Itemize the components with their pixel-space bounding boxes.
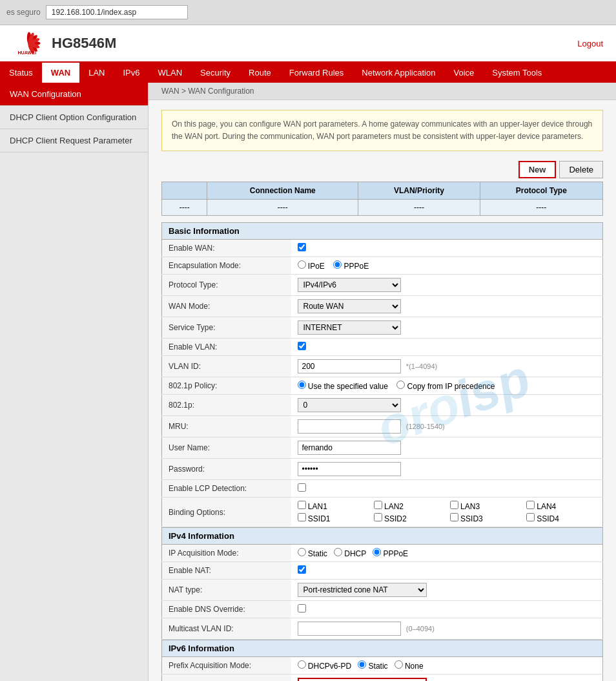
dns-override-checkbox[interactable] (298, 604, 306, 613)
protocol-type-select[interactable]: IPv4/IPv6 IPv4 IPv6 (298, 278, 401, 292)
logout-button[interactable]: Logout (577, 39, 603, 48)
prefix-input[interactable] (298, 678, 427, 681)
url-bar[interactable]: 192.168.100.1/index.asp (46, 5, 188, 19)
prefix-static-radio[interactable] (358, 660, 366, 669)
8021p-value: 0 1 2 3 4 5 6 7 (291, 395, 603, 416)
binding-lan4[interactable]: LAN4 (526, 501, 596, 511)
sidebar-item-dhcp-request[interactable]: DHCP Client Request Parameter (0, 129, 148, 152)
policy-specified-label: Use the specified value (308, 382, 388, 391)
protocol-type-label: Protocol Type: (162, 275, 291, 296)
nat-type-label: NAT type: (162, 580, 291, 601)
nav-status[interactable]: Status (0, 63, 42, 83)
wan-mode-row: WAN Mode: Route WAN Bridge WAN (162, 296, 603, 317)
enable-vlan-value (291, 339, 603, 356)
policy-value: Use the specified value Copy from IP pre… (291, 377, 603, 395)
prefix-value: (IPv6 address/n 1 <= n <= 64) (291, 675, 603, 681)
nav-wan[interactable]: WAN (42, 63, 79, 83)
delete-button[interactable]: Delete (559, 161, 603, 178)
prefix-dhcpv6-radio[interactable] (298, 660, 306, 669)
policy-specified-radio[interactable] (298, 381, 306, 389)
binding-ssid2[interactable]: SSID2 (374, 513, 444, 523)
binding-ssid3[interactable]: SSID3 (450, 513, 520, 523)
nav-lan[interactable]: LAN (79, 63, 114, 83)
8021p-select[interactable]: 0 1 2 3 4 5 6 7 (298, 398, 401, 412)
row-placeholder-3: ---- (480, 200, 602, 216)
binding-ssid1-checkbox[interactable] (298, 513, 306, 521)
binding-ssid1[interactable]: SSID1 (298, 513, 367, 523)
prefix-acq-row: Prefix Acquisition Mode: DHCPv6-PD Stati… (162, 657, 603, 675)
dns-override-value (291, 601, 603, 618)
enable-nat-checkbox[interactable] (298, 565, 306, 574)
binding-lan3[interactable]: LAN3 (450, 501, 520, 511)
ipv4-pppoe-radio[interactable] (373, 548, 381, 556)
nat-type-select[interactable]: Port-restricted cone NAT Full cone NAT A… (298, 583, 427, 597)
lcp-value (291, 480, 603, 498)
breadcrumb: WAN > WAN Configuration (149, 83, 616, 100)
form-area: Basic Information Enable WAN: Encapsulat… (161, 222, 603, 681)
8021p-label: 802.1p: (162, 395, 291, 416)
prefix-acq-value: DHCPv6-PD Static None (291, 657, 603, 675)
ipv4-dhcp-radio[interactable] (334, 548, 342, 556)
new-button[interactable]: New (518, 161, 557, 178)
binding-lan4-checkbox[interactable] (526, 501, 535, 509)
logo-area: HUAWEI HG8546M (13, 30, 116, 56)
ipv4-multicast-label: Multicast VLAN ID: (162, 618, 291, 640)
ipv6-info-title: IPv6 Information (161, 640, 603, 656)
nav-forward-rules[interactable]: Forward Rules (280, 63, 353, 83)
nav-network-application[interactable]: Network Application (353, 63, 444, 83)
nav-ipv6[interactable]: IPv6 (114, 63, 149, 83)
binding-ssid4-checkbox[interactable] (526, 513, 535, 521)
prefix-none-radio[interactable] (395, 660, 403, 669)
binding-ssid2-checkbox[interactable] (374, 513, 382, 521)
ipv4-static-radio[interactable] (298, 548, 306, 556)
mru-value: (1280-1540) (291, 416, 603, 437)
protocol-type-value: IPv4/IPv6 IPv4 IPv6 (291, 275, 603, 296)
ipv4-acq-row: IP Acquisition Mode: Static DHCP PPPoE (162, 545, 603, 562)
binding-value: LAN1 LAN2 LAN3 LAN4 SSID1 SSID2 SSID3 SS… (291, 498, 603, 527)
col-protocol-type: Protocol Type (480, 182, 602, 200)
encap-ipoE-radio[interactable] (298, 260, 306, 269)
sidebar-item-wan-config[interactable]: WAN Configuration (0, 83, 148, 106)
ipv4-dhcp-label: DHCP (344, 549, 366, 558)
username-label: User Name: (162, 437, 291, 459)
ipv4-info-table: IP Acquisition Mode: Static DHCP PPPoE E… (161, 544, 603, 640)
sidebar-item-dhcp-option[interactable]: DHCP Client Option Configuration (0, 106, 148, 129)
binding-lan3-checkbox[interactable] (450, 501, 458, 509)
ipv4-multicast-input[interactable] (298, 622, 401, 636)
binding-lan1[interactable]: LAN1 (298, 501, 367, 511)
prefix-row: Prefix: (IPv6 address/n 1 <= n <= 64) (162, 675, 603, 681)
service-type-select[interactable]: INTERNET TR069 VOIP (298, 320, 401, 335)
prefix-dhcpv6-label: DHCPv6-PD (308, 662, 351, 671)
encap-ipoE-label: IPoE (308, 262, 325, 271)
nav-system-tools[interactable]: System Tools (483, 63, 551, 83)
ipv4-acq-value: Static DHCP PPPoE (291, 545, 603, 562)
nav-route[interactable]: Route (240, 63, 280, 83)
binding-lan2[interactable]: LAN2 (374, 501, 444, 511)
lcp-checkbox[interactable] (298, 483, 306, 492)
content-area: WAN Configuration DHCP Client Option Con… (0, 83, 616, 681)
encap-pppoE-radio[interactable] (333, 260, 342, 269)
wan-mode-label: WAN Mode: (162, 296, 291, 317)
username-input[interactable] (298, 441, 401, 455)
col-vlan-priority: VLAN/Priority (358, 182, 480, 200)
nat-type-row: NAT type: Port-restricted cone NAT Full … (162, 580, 603, 601)
enable-wan-checkbox[interactable] (298, 243, 306, 251)
binding-lan1-checkbox[interactable] (298, 501, 306, 509)
policy-copy-radio[interactable] (396, 381, 405, 389)
svg-text:HUAWEI: HUAWEI (17, 50, 36, 56)
enable-vlan-checkbox[interactable] (298, 342, 306, 350)
vlan-id-input[interactable] (298, 359, 401, 373)
binding-ssid4[interactable]: SSID4 (526, 513, 596, 523)
ipv4-multicast-row: Multicast VLAN ID: (0–4094) (162, 618, 603, 640)
password-input[interactable] (298, 462, 401, 476)
nav-security[interactable]: Security (191, 63, 240, 83)
username-value (291, 437, 603, 459)
mru-input[interactable] (298, 419, 401, 434)
nav-voice[interactable]: Voice (444, 63, 483, 83)
nav-wlan[interactable]: WLAN (149, 63, 192, 83)
enable-nat-label: Enable NAT: (162, 562, 291, 580)
binding-lan2-checkbox[interactable] (374, 501, 382, 509)
lcp-label: Enable LCP Detection: (162, 480, 291, 498)
wan-mode-select[interactable]: Route WAN Bridge WAN (298, 299, 401, 313)
binding-ssid3-checkbox[interactable] (450, 513, 458, 521)
